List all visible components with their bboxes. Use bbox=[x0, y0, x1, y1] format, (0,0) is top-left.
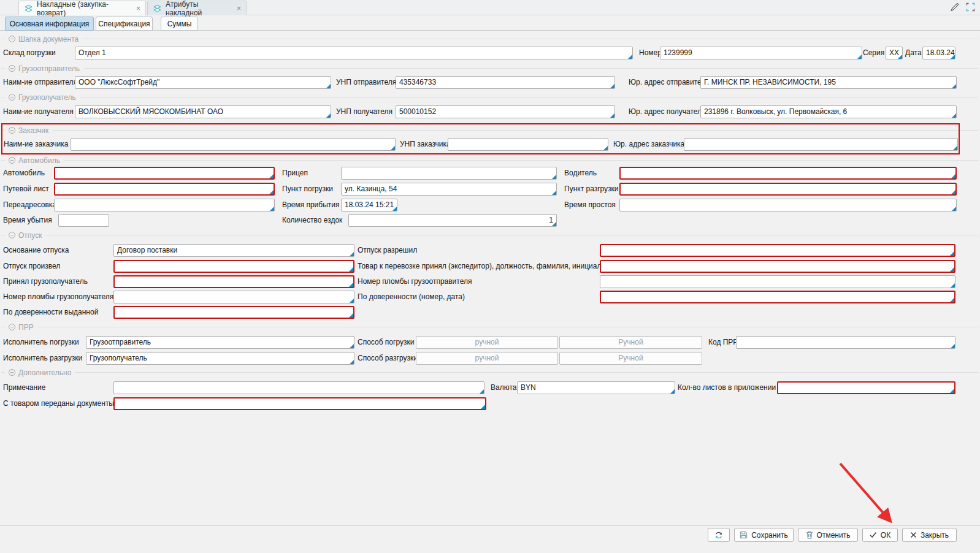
cancel-button[interactable]: Отменить bbox=[798, 528, 858, 542]
car-label: Автомобиль bbox=[3, 167, 45, 180]
proxy-label: По доверенности (номер, дата) bbox=[358, 291, 465, 303]
section-divider bbox=[1, 235, 978, 235]
trailer-input[interactable] bbox=[341, 167, 557, 180]
redirect-input[interactable] bbox=[54, 199, 275, 212]
unload-point-label: Пункт разгрузки bbox=[564, 183, 619, 196]
refresh-button[interactable] bbox=[708, 528, 730, 542]
load-exec-input[interactable]: Грузоотправитель bbox=[86, 336, 354, 349]
load-point-input[interactable]: ул. Казинца, 54 bbox=[341, 183, 557, 196]
arrival-input[interactable]: 18.03.24 15:21 bbox=[341, 199, 397, 212]
load-method-input-2: Ручной bbox=[559, 336, 702, 349]
seal-sender-label: Номер пломбы грузоотправителя bbox=[358, 275, 472, 288]
sheets-input[interactable] bbox=[777, 381, 955, 394]
allowed-label: Отпуск разрешил bbox=[358, 244, 417, 257]
forwarder-input[interactable] bbox=[600, 260, 955, 273]
sender-addr-input[interactable]: Г. МИНСК ПР. НЕЗАВИСИМОСТИ, 195 bbox=[700, 76, 957, 89]
close-button[interactable]: Закрыть bbox=[902, 528, 957, 542]
tab-main-info-label: Основная информация bbox=[10, 20, 90, 28]
car-input[interactable] bbox=[54, 167, 275, 180]
unload-method-input-1: ручной bbox=[416, 352, 558, 365]
window-tab-bar: Накладные (закупка-возврат) × Атрибуты н… bbox=[0, 0, 980, 15]
vehicle-row-3: Переадресовка Время прибытия 18.03.24 15… bbox=[0, 199, 980, 212]
unload-point-input[interactable] bbox=[619, 183, 957, 196]
departure-input[interactable] bbox=[58, 214, 109, 227]
circled-minus-icon[interactable] bbox=[9, 369, 15, 376]
seal-sender-input[interactable] bbox=[600, 275, 955, 288]
nomer-input[interactable]: 1239999 bbox=[660, 47, 862, 59]
waybill-input[interactable] bbox=[54, 183, 275, 196]
tab-sums[interactable]: Суммы bbox=[161, 17, 198, 31]
section-title-text: Заказчик bbox=[18, 126, 48, 135]
customer-addr-input[interactable] bbox=[684, 138, 958, 151]
prr-code-input[interactable] bbox=[736, 336, 955, 349]
receiver-addr-input[interactable]: 231896 г. Волковыск, ул. Первомайская, 6 bbox=[700, 105, 957, 118]
sender-unp-input[interactable]: 435346733 bbox=[396, 76, 615, 89]
circled-minus-icon[interactable] bbox=[9, 127, 15, 134]
docs-input[interactable] bbox=[113, 397, 486, 410]
receiver-name-input[interactable]: ВОЛКОВЫССКИЙ МЯСОКОМБИНАТ ОАО bbox=[75, 105, 331, 118]
trips-input[interactable]: 1 bbox=[348, 214, 557, 227]
seal-receiver-input[interactable] bbox=[113, 291, 354, 303]
section-title-text: Дополнительно bbox=[18, 368, 71, 377]
sender-addr-label: Юр. адрес отправителя bbox=[629, 76, 710, 89]
red-arrow-annotation bbox=[833, 457, 903, 532]
circled-minus-icon[interactable] bbox=[9, 94, 15, 101]
section-title-text: ПРР bbox=[18, 323, 34, 332]
data-input[interactable]: 18.03.24 bbox=[922, 47, 955, 59]
section-title-release: Отпуск bbox=[5, 231, 45, 240]
tab-invoices[interactable]: Накладные (закупка-возврат) × bbox=[18, 1, 146, 15]
customer-unp-input[interactable] bbox=[448, 138, 608, 151]
section-title-text: Шапка документа bbox=[18, 35, 78, 44]
seria-input[interactable]: XX bbox=[886, 47, 903, 59]
tab-invoices-label: Накладные (закупка-возврат) bbox=[37, 0, 131, 17]
proxy-input[interactable] bbox=[600, 291, 955, 303]
close-icon[interactable]: × bbox=[237, 4, 241, 13]
circled-minus-icon[interactable] bbox=[9, 324, 15, 330]
allowed-input[interactable] bbox=[600, 244, 955, 257]
ok-button[interactable]: ОК bbox=[862, 528, 898, 542]
basis-input[interactable]: Договор поставки bbox=[113, 244, 354, 257]
tab-invoice-attributes[interactable]: Атрибуты накладной × bbox=[147, 1, 247, 15]
customer-addr-label: Юр. адрес заказчика bbox=[613, 138, 684, 151]
sender-name-input[interactable]: ООО "ЛюксСофтТрейд" bbox=[75, 76, 331, 89]
section-title-text: Отпуск bbox=[18, 231, 42, 240]
sklad-input[interactable]: Отдел 1 bbox=[75, 47, 633, 59]
section-title-sender: Грузоотправитель bbox=[5, 64, 83, 73]
section-title-text: Грузополучатель bbox=[18, 93, 76, 102]
proxy-issued-input[interactable] bbox=[113, 306, 354, 319]
currency-input[interactable]: BYN bbox=[517, 381, 675, 394]
layered-diamonds-icon bbox=[24, 4, 33, 13]
trips-label: Количество ездок bbox=[282, 214, 342, 227]
tab-specification[interactable]: Спецификация bbox=[96, 17, 153, 31]
circled-minus-icon[interactable] bbox=[9, 36, 15, 42]
trash-icon bbox=[806, 531, 813, 539]
produced-input[interactable] bbox=[113, 260, 354, 273]
unload-exec-input[interactable]: Грузополучатель bbox=[86, 352, 354, 365]
idle-input[interactable] bbox=[619, 199, 957, 212]
circled-minus-icon[interactable] bbox=[9, 157, 15, 164]
close-icon[interactable]: × bbox=[136, 4, 140, 13]
maximize-icon[interactable] bbox=[966, 2, 975, 12]
save-button[interactable]: Сохранить bbox=[734, 528, 794, 542]
driver-input[interactable] bbox=[619, 167, 957, 180]
receiver-unp-input[interactable]: 500010152 bbox=[396, 105, 615, 118]
section-divider bbox=[1, 97, 978, 97]
extra-row-1: Примечание Валюта BYN Кол-во листов в пр… bbox=[0, 381, 980, 394]
basis-label: Основание отпуска bbox=[3, 244, 69, 257]
trailer-label: Прицеп bbox=[282, 167, 308, 180]
circled-minus-icon[interactable] bbox=[9, 65, 15, 72]
release-row-2: Отпуск произвел Товар к перевозке принял… bbox=[0, 260, 980, 273]
invoice-attributes-window: Накладные (закупка-возврат) × Атрибуты н… bbox=[0, 0, 980, 553]
pencil-icon[interactable] bbox=[949, 2, 960, 12]
note-input[interactable] bbox=[113, 381, 484, 394]
seal-receiver-label: Номер пломбы грузополучателя bbox=[3, 291, 113, 303]
section-divider bbox=[1, 372, 978, 373]
accepted-input[interactable] bbox=[113, 275, 354, 288]
header-row: Склад погрузки Отдел 1 Номер 1239999 Сер… bbox=[0, 47, 980, 59]
accepted-label: Принял грузополучатель bbox=[3, 275, 88, 288]
arrival-label: Время прибытия bbox=[282, 199, 340, 212]
prr-row-2: Исполнитель разгрузки Грузополучатель Сп… bbox=[0, 352, 980, 365]
tab-main-info[interactable]: Основная информация bbox=[5, 17, 94, 31]
circled-minus-icon[interactable] bbox=[9, 232, 15, 238]
customer-name-input[interactable] bbox=[71, 138, 396, 151]
